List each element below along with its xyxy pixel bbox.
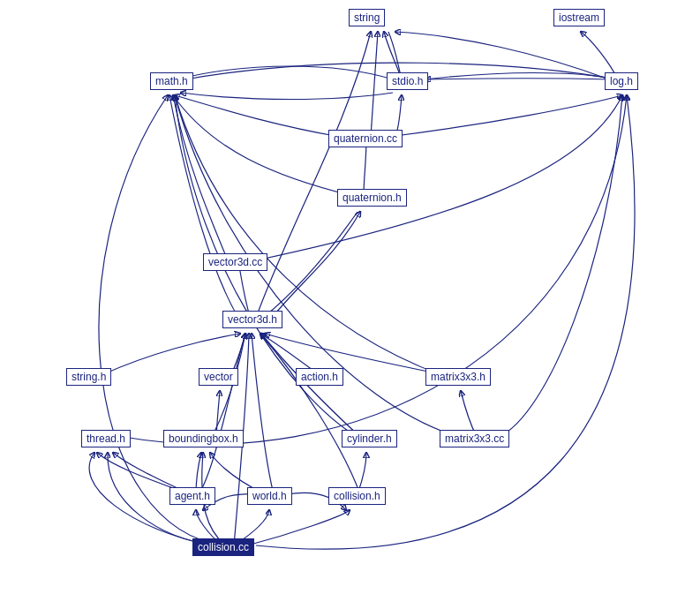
node-thread-h: thread.h <box>81 430 131 447</box>
node-collision-h: collision.h <box>328 487 386 505</box>
node-vector3d-h: vector3d.h <box>222 311 282 328</box>
node-string-h: string.h <box>66 368 111 386</box>
node-boundingbox-h: boundingbox.h <box>163 430 244 447</box>
node-collision-cc: collision.cc <box>192 538 254 556</box>
node-agent-h: agent.h <box>169 487 215 505</box>
node-math-h: math.h <box>150 72 193 90</box>
node-cylinder-h: cylinder.h <box>342 430 397 447</box>
node-action-h: action.h <box>296 368 343 386</box>
node-matrix3x3-cc: matrix3x3.cc <box>440 430 509 447</box>
node-log-h: log.h <box>605 72 638 90</box>
node-world-h: world.h <box>247 487 292 505</box>
node-matrix3x3-h: matrix3x3.h <box>425 368 491 386</box>
edges-svg <box>0 0 700 594</box>
node-quaternion-cc: quaternion.cc <box>328 130 403 147</box>
graph-container: string iostream math.h stdio.h log.h qua… <box>0 0 700 594</box>
node-quaternion-h: quaternion.h <box>337 189 407 207</box>
node-stdio-h: stdio.h <box>387 72 428 90</box>
node-string: string <box>349 9 385 26</box>
node-iostream: iostream <box>553 9 605 26</box>
node-vector: vector <box>199 368 238 386</box>
node-vector3d-cc: vector3d.cc <box>203 253 267 271</box>
